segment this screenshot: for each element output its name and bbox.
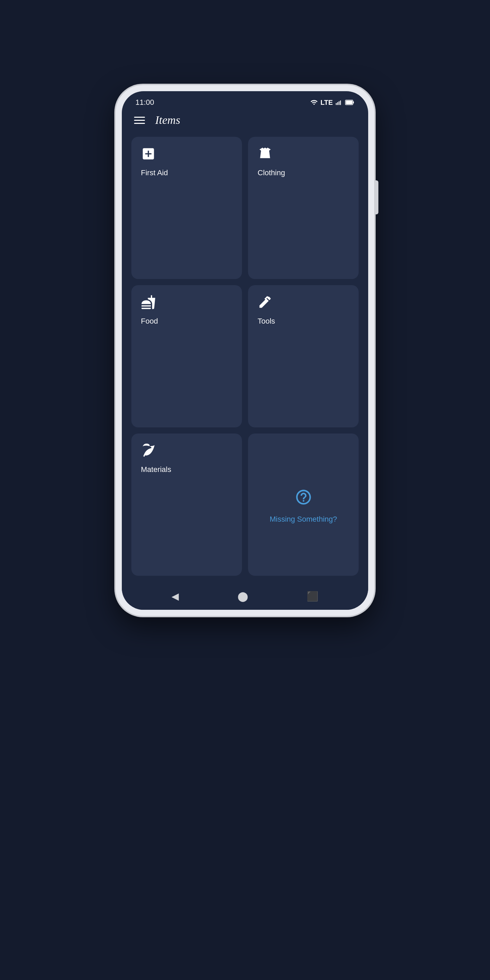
card-missing-label: Missing Something? [269,515,337,524]
card-tools-label: Tools [258,317,275,326]
first-aid-icon [141,146,156,164]
card-tools[interactable]: Tools [248,285,359,427]
nav-recent-button[interactable]: ⬛ [307,591,318,602]
hamburger-line-3 [134,123,145,124]
card-missing[interactable]: Missing Something? [248,434,359,576]
card-first-aid-label: First Aid [141,169,168,177]
card-first-aid[interactable]: First Aid [131,137,242,279]
status-time: 11:00 [135,98,154,107]
status-icons: LTE [310,99,355,107]
phone-frame: 11:00 LTE [116,85,374,616]
category-grid: First Aid Clothing Food [122,134,368,582]
svg-rect-5 [353,102,354,103]
hamburger-line-1 [134,117,145,118]
phone-screen: 11:00 LTE [122,91,368,610]
nav-back-button[interactable]: ◀ [172,591,179,602]
svg-rect-3 [340,100,341,105]
svg-rect-1 [337,102,338,105]
question-icon [295,488,312,510]
svg-rect-6 [346,101,353,105]
clothing-icon [258,146,272,164]
app-bar-title: Items [155,114,180,127]
hamburger-line-2 [134,120,145,121]
card-food-label: Food [141,317,158,326]
card-materials-label: Materials [141,465,171,474]
tools-icon [258,295,272,312]
wifi-icon [310,99,318,106]
card-clothing-label: Clothing [258,169,285,177]
food-icon [141,295,156,312]
card-clothing[interactable]: Clothing [248,137,359,279]
menu-button[interactable] [134,117,145,124]
materials-icon [141,443,156,460]
signal-icon [336,99,342,106]
status-bar: 11:00 LTE [122,91,368,110]
network-label: LTE [321,99,333,107]
svg-rect-2 [339,102,340,105]
svg-rect-0 [336,103,337,105]
card-food[interactable]: Food [131,285,242,427]
nav-home-button[interactable]: ⬤ [237,591,248,602]
nav-bar: ◀ ⬤ ⬛ [122,582,368,610]
app-bar: Items [122,110,368,134]
card-materials[interactable]: Materials [131,434,242,576]
battery-icon [345,99,355,106]
